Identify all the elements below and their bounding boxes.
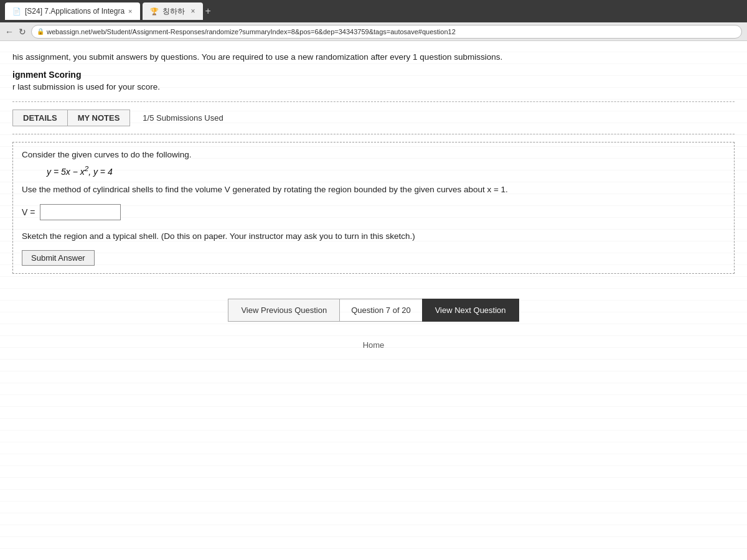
url-box[interactable]: 🔒 webassign.net/web/Student/Assignment-R… xyxy=(31,25,742,39)
lock-icon: 🔒 xyxy=(37,28,44,35)
tab-applications[interactable]: 📄 [S24] 7.Applications of Integra × xyxy=(5,2,140,20)
question-box: Consider the given curves to do the foll… xyxy=(12,142,735,274)
question-intro: Consider the given curves to do the foll… xyxy=(22,150,725,159)
submit-answer-button[interactable]: Submit Answer xyxy=(22,250,95,266)
tab-icon-applications: 📄 xyxy=(12,7,21,16)
content-inner: his assignment, you submit answers by qu… xyxy=(12,51,735,350)
tab-label-applications: [S24] 7.Applications of Integra xyxy=(25,7,125,16)
tab-close-applications[interactable]: × xyxy=(128,7,132,15)
submissions-used: 1/5 Submissions Used xyxy=(143,113,223,123)
url-text: webassign.net/web/Student/Assignment-Res… xyxy=(47,28,456,35)
question-counter: Question 7 of 20 xyxy=(340,299,421,322)
bottom-nav: View Previous Question Question 7 of 20 … xyxy=(12,299,735,334)
scoring-header: ignment Scoring xyxy=(12,70,735,80)
sketch-text: Sketch the region and a typical shell. (… xyxy=(22,230,725,243)
tabs-row: DETAILS MY NOTES 1/5 Submissions Used xyxy=(12,110,735,126)
equation-text: y = 5x − x2, y = 4 xyxy=(47,167,113,177)
answer-label: V = xyxy=(22,207,35,217)
view-next-question-button[interactable]: View Next Question xyxy=(422,299,519,322)
tab-label-korean: 칭하하 xyxy=(162,6,185,17)
divider-1 xyxy=(12,101,735,102)
intro-text: his assignment, you submit answers by qu… xyxy=(12,51,735,63)
question-body: Use the method of cylindrical shells to … xyxy=(22,183,725,197)
tab-icon-korean: 🏆 xyxy=(150,7,159,16)
home-label: Home xyxy=(363,340,385,350)
home-link-row: Home xyxy=(12,340,735,350)
new-tab-button[interactable]: + xyxy=(205,6,211,17)
details-tab[interactable]: DETAILS xyxy=(12,110,67,126)
main-content: his assignment, you submit answers by qu… xyxy=(0,41,747,560)
divider-2 xyxy=(12,134,735,134)
tab-korean[interactable]: 🏆 칭하하 × xyxy=(143,2,203,20)
answer-input[interactable] xyxy=(40,204,121,220)
math-equation: y = 5x − x2, y = 4 xyxy=(47,164,725,177)
refresh-button[interactable]: ↻ xyxy=(19,27,26,37)
my-notes-tab[interactable]: MY NOTES xyxy=(67,110,131,126)
address-bar: ← ↻ 🔒 webassign.net/web/Student/Assignme… xyxy=(0,22,747,41)
back-button[interactable]: ← xyxy=(5,27,14,37)
tab-close-korean[interactable]: × xyxy=(191,7,195,16)
tab-bar: 📄 [S24] 7.Applications of Integra × 🏆 칭하… xyxy=(5,2,742,20)
scoring-text: r last submission is used for your score… xyxy=(12,82,735,91)
answer-row: V = xyxy=(22,204,725,220)
view-previous-question-button[interactable]: View Previous Question xyxy=(228,299,340,322)
browser-chrome: 📄 [S24] 7.Applications of Integra × 🏆 칭하… xyxy=(0,0,747,22)
